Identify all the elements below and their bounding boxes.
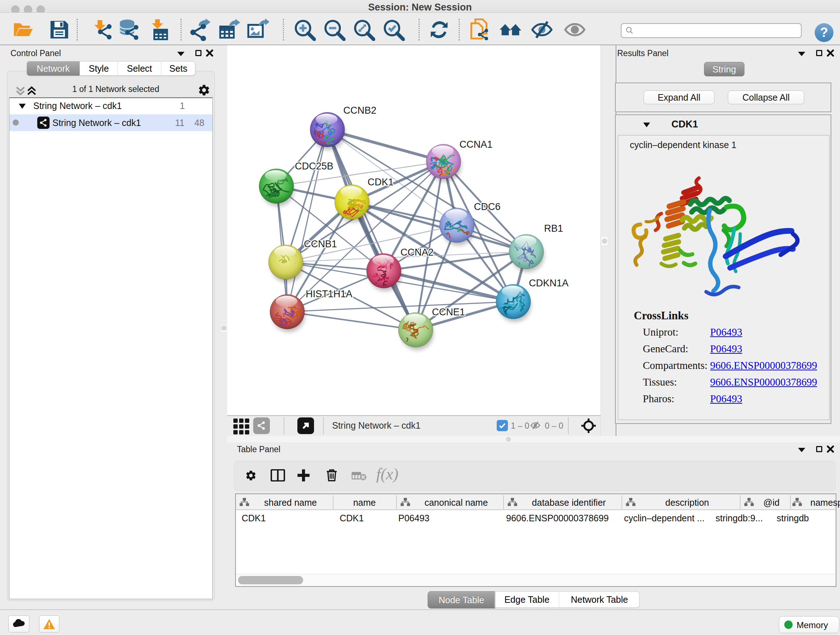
svg-text:CCNA1: CCNA1	[459, 139, 493, 150]
svg-text:CCNE1: CCNE1	[432, 307, 465, 318]
svg-text:RB1: RB1	[544, 223, 563, 234]
svg-text:CDC6: CDC6	[474, 201, 501, 212]
svg-text:CDK1: CDK1	[368, 177, 393, 187]
svg-text:CCNB1: CCNB1	[304, 239, 337, 249]
svg-text:CDC25B: CDC25B	[295, 161, 333, 172]
svg-text:CCNB2: CCNB2	[343, 105, 377, 116]
svg-text:HIST1H1A: HIST1H1A	[306, 288, 352, 299]
svg-text:CDKN1A: CDKN1A	[529, 278, 569, 288]
svg-text:CCNA2: CCNA2	[401, 247, 434, 258]
